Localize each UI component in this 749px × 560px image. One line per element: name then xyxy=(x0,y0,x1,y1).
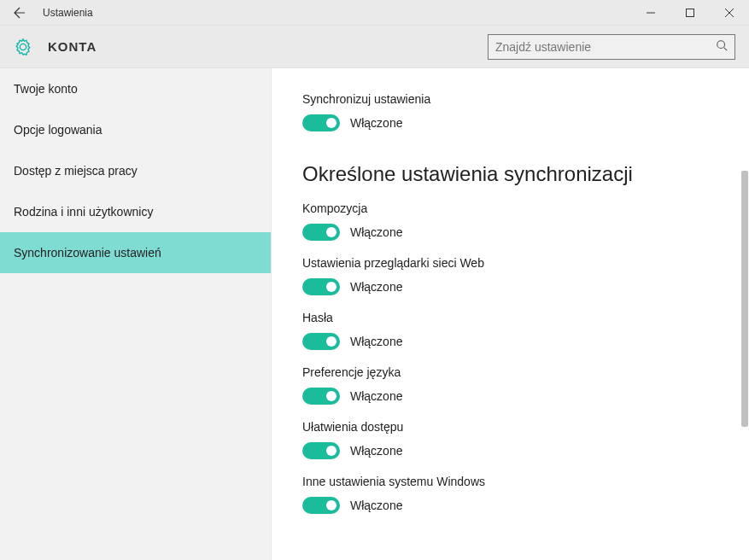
accessibility-state: Włączone xyxy=(350,444,402,458)
settings-gear-icon xyxy=(14,38,32,56)
accessibility-toggle[interactable] xyxy=(302,442,340,459)
theme-state: Włączone xyxy=(350,225,402,239)
theme-toggle[interactable] xyxy=(302,224,340,241)
maximize-button[interactable] xyxy=(670,0,710,26)
toggle-knob xyxy=(326,336,336,347)
sync-main-label: Synchronizuj ustawienia xyxy=(302,92,718,106)
other-windows-state: Włączone xyxy=(350,499,402,512)
other-windows-toggle[interactable] xyxy=(302,497,340,514)
section-title: Określone ustawienia synchronizacji xyxy=(302,162,718,186)
page-title: KONTA xyxy=(48,39,488,54)
back-arrow-icon xyxy=(13,6,26,20)
language-toggle-row: Włączone xyxy=(302,388,718,405)
body: Twoje konto Opcje logowania Dostęp z mie… xyxy=(0,68,749,560)
svg-rect-0 xyxy=(687,9,694,16)
passwords-label: Hasła xyxy=(302,311,718,324)
passwords-toggle-row: Włączone xyxy=(302,333,718,350)
language-toggle[interactable] xyxy=(302,388,340,405)
sync-main-toggle-row: Włączone xyxy=(302,114,718,131)
search-icon xyxy=(716,39,728,55)
close-button[interactable] xyxy=(710,0,749,26)
browser-state: Włączone xyxy=(350,280,402,294)
window-title: Ustawienia xyxy=(39,7,631,19)
search-box[interactable] xyxy=(488,34,735,60)
back-button[interactable] xyxy=(0,0,39,26)
header: KONTA xyxy=(0,26,749,68)
theme-label: Kompozycja xyxy=(302,201,718,215)
search-input[interactable] xyxy=(495,40,716,54)
sidebar-item-login-options[interactable]: Opcje logowania xyxy=(0,109,271,150)
theme-toggle-row: Włączone xyxy=(302,224,718,241)
sidebar-item-account[interactable]: Twoje konto xyxy=(0,68,271,109)
language-label: Preferencje języka xyxy=(302,365,718,379)
toggle-knob xyxy=(326,446,336,456)
close-icon xyxy=(725,9,734,17)
svg-point-1 xyxy=(717,40,725,48)
scrollbar-track[interactable] xyxy=(737,68,749,560)
maximize-icon xyxy=(686,9,694,17)
accessibility-toggle-row: Włączone xyxy=(302,442,718,459)
browser-toggle[interactable] xyxy=(302,278,340,295)
titlebar: Ustawienia xyxy=(0,0,749,26)
passwords-state: Włączone xyxy=(350,335,402,348)
toggle-knob xyxy=(326,500,336,510)
content-scroll: Synchronizuj ustawienia Włączone Określo… xyxy=(272,68,749,560)
content-area: Synchronizuj ustawienia Włączone Określo… xyxy=(272,68,749,560)
toggle-knob xyxy=(326,227,336,237)
sidebar: Twoje konto Opcje logowania Dostęp z mie… xyxy=(0,68,272,560)
accessibility-label: Ułatwienia dostępu xyxy=(302,420,718,434)
sync-main-toggle[interactable] xyxy=(302,114,340,131)
sidebar-item-work-access[interactable]: Dostęp z miejsca pracy xyxy=(0,150,271,191)
browser-label: Ustawienia przeglądarki sieci Web xyxy=(302,256,718,270)
scrollbar-thumb[interactable] xyxy=(741,171,748,427)
other-windows-label: Inne ustawienia systemu Windows xyxy=(302,475,718,488)
passwords-toggle[interactable] xyxy=(302,333,340,350)
minimize-button[interactable] xyxy=(631,0,670,26)
sync-main-state: Włączone xyxy=(350,116,402,130)
toggle-knob xyxy=(326,118,336,128)
sidebar-item-family[interactable]: Rodzina i inni użytkownicy xyxy=(0,191,271,232)
window-controls xyxy=(631,0,749,26)
browser-toggle-row: Włączone xyxy=(302,278,718,295)
language-state: Włączone xyxy=(350,389,402,403)
minimize-icon xyxy=(647,9,655,17)
other-windows-toggle-row: Włączone xyxy=(302,497,718,514)
sidebar-item-sync-settings[interactable]: Synchronizowanie ustawień xyxy=(0,232,271,273)
toggle-knob xyxy=(326,391,336,401)
toggle-knob xyxy=(326,282,336,292)
